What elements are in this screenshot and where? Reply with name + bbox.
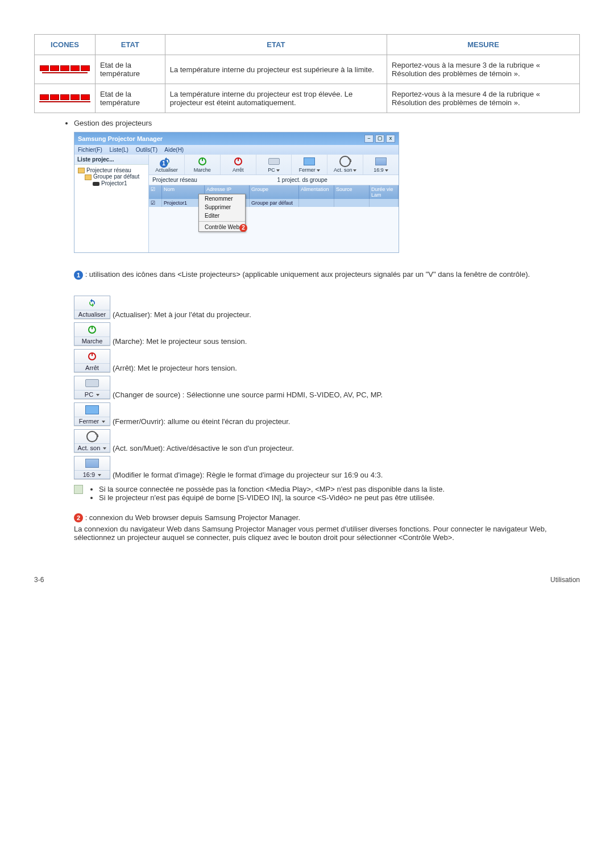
app-title: Samsung Projector Manager	[78, 135, 163, 142]
btn-sound[interactable]: Act. son	[74, 429, 110, 452]
status-left: Projecteur réseau	[149, 175, 274, 185]
context-menu[interactable]: Renommer Supprimer Editer Contrôle Web	[198, 194, 246, 232]
sidebar: Liste projec... Projecteur réseau Groupe…	[74, 155, 149, 252]
th-mesure: MESURE	[387, 35, 580, 55]
ctx-web[interactable]: Contrôle Web	[199, 221, 245, 231]
ctx-edit[interactable]: Editer	[199, 211, 245, 220]
status-right: 1 project. ds groupe	[274, 175, 399, 185]
table-row: Etat de la température La température in…	[35, 84, 580, 113]
callout-1-badge: 1	[74, 271, 83, 280]
btn-off[interactable]: Arrêt	[74, 349, 110, 372]
callout-2-head: 2 : connexion du Web browser depuis Sams…	[74, 513, 580, 523]
tree-node-group[interactable]: Groupe par défaut	[77, 173, 146, 180]
table-row: Etat de la température La température in…	[35, 55, 580, 84]
btn-on[interactable]: Marche	[74, 322, 110, 346]
sidebar-header: Liste projec...	[74, 155, 148, 165]
note-box: Si la source connectée ne possède pas la…	[74, 485, 580, 502]
btn-refresh[interactable]: Actualiser	[74, 296, 110, 319]
th-etat1: ETAT	[96, 35, 165, 55]
note-1: Si la source connectée ne possède pas la…	[99, 485, 445, 493]
menu-bar[interactable]: Fichier(F) Liste(L) Outils(T) Aide(H)	[74, 145, 399, 155]
tree-node-network[interactable]: Projecteur réseau	[77, 167, 146, 173]
btn-close[interactable]: Fermer	[74, 402, 110, 426]
toolbar-source[interactable]: PC	[256, 155, 292, 175]
ctx-delete[interactable]: Supprimer	[199, 203, 245, 211]
close-icon[interactable]: x	[386, 135, 395, 143]
callout-2-badge: 2	[74, 513, 83, 522]
grid-header: ☑ Nom Adresse IP Groupe Alimentation Sou…	[149, 185, 399, 199]
section-heading: Gestion des projecteurs	[74, 119, 580, 127]
led-icon-warning	[39, 65, 90, 71]
txt-refresh: (Actualiser): Met à jour l'état du proje…	[113, 310, 251, 319]
txt-aspect: (Modifier le format d'image): Règle le f…	[113, 471, 383, 479]
cell-mesure: Reportez-vous à la mesure 3 de la rubriq…	[387, 55, 580, 84]
menu-list[interactable]: Liste(L)	[110, 147, 128, 153]
grid-row[interactable]: ☑ Projector1 217.141.2.200 Groupe par dé…	[149, 199, 399, 207]
status-table: ICONES ETAT ETAT MESURE Etat de la tempé…	[34, 34, 580, 113]
toolbar-off[interactable]: Arrêt	[221, 155, 256, 175]
app-screenshot: Samsung Projector Manager – ▢ x Fichier(…	[74, 132, 399, 253]
callout-1-paragraph: 1 : utilisation des icônes dans <Liste p…	[74, 270, 580, 280]
note-2: Si le projecteur n'est pas équipé de bor…	[99, 493, 445, 502]
footer-right: Utilisation	[550, 576, 580, 584]
tree-node-projector[interactable]: Projector1	[77, 180, 146, 186]
callout-1-icon: 1	[160, 160, 168, 168]
txt-source: (Changer de source) : Sélectionne une so…	[113, 391, 383, 399]
toolbar-sound[interactable]: Act. son	[327, 155, 363, 175]
menu-file[interactable]: Fichier(F)	[78, 147, 102, 153]
th-icones: ICONES	[35, 35, 96, 55]
menu-tools[interactable]: Outils(T)	[136, 147, 157, 153]
txt-off: (Arrêt): Met le projecteur hors tension.	[113, 364, 237, 372]
toolbar-close[interactable]: Fermer	[292, 155, 327, 175]
cell-etat1: Etat de la température	[96, 84, 165, 113]
toolbar-aspect[interactable]: 16:9	[363, 155, 399, 175]
ctx-rename[interactable]: Renommer	[199, 194, 245, 203]
btn-aspect[interactable]: 16:9	[74, 456, 110, 479]
maximize-icon[interactable]: ▢	[375, 135, 384, 143]
menu-help[interactable]: Aide(H)	[164, 147, 184, 153]
toolbar-on[interactable]: Marche	[185, 155, 221, 175]
btn-source[interactable]: PC	[74, 376, 110, 399]
cell-etat2: La température interne du projecteur est…	[165, 55, 387, 84]
txt-on: (Marche): Met le projecteur sous tension…	[113, 337, 247, 346]
title-bar: Samsung Projector Manager – ▢ x	[74, 132, 399, 145]
minimize-icon[interactable]: –	[364, 135, 374, 143]
cell-etat2: La température interne du projecteur est…	[165, 84, 387, 113]
txt-close: (Fermer/Ouvrir): allume ou éteint l'écra…	[113, 417, 290, 426]
cell-mesure: Reportez-vous à la mesure 4 de la rubriq…	[387, 84, 580, 113]
cell-etat1: Etat de la température	[96, 55, 165, 84]
callout-2-icon: 2	[239, 224, 247, 232]
led-icon-critical	[39, 94, 90, 100]
toolbar: Actualiser Marche Arrêt PC Fermer Act. s…	[149, 155, 399, 175]
note-icon	[74, 485, 83, 494]
footer-left: 3-6	[34, 576, 44, 584]
callout-2-body: La connexion du navigateur Web dans Sams…	[74, 525, 580, 542]
txt-sound: (Act. son/Muet): Active/désactive le son…	[113, 444, 294, 452]
th-etat2: ETAT	[165, 35, 387, 55]
